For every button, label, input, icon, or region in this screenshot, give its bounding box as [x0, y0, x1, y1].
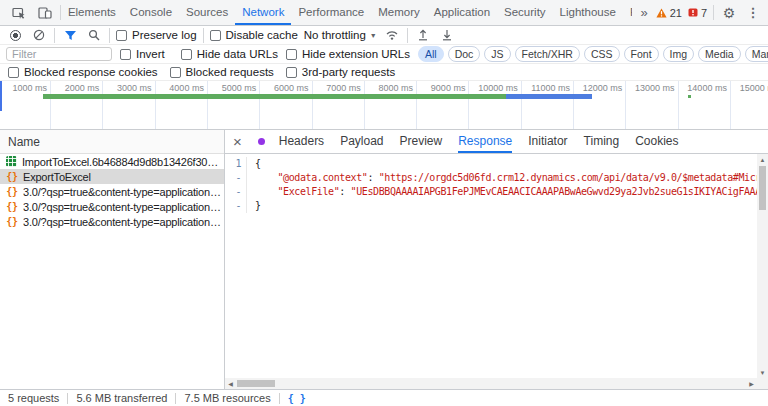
tab-application[interactable]: Application [427, 0, 497, 25]
name-column-header[interactable]: Name [0, 130, 224, 154]
close-icon[interactable]: × [233, 130, 244, 153]
detail-tab-cookies[interactable]: Cookies [635, 130, 678, 153]
timeline-tick-label: 15000 ms [735, 83, 768, 93]
tab-label: Memory [378, 6, 420, 18]
network-conditions-icon[interactable] [383, 26, 401, 44]
timeline-gridline [521, 81, 522, 129]
tab-lighthouse[interactable]: Lighthouse [553, 0, 623, 25]
scroll-left-arrow-icon[interactable]: ◀ [225, 378, 236, 389]
blocked-response-cookies-checkbox[interactable]: Blocked response cookies [8, 66, 158, 78]
timeline-tick-label: 8000 ms [369, 83, 413, 93]
request-row[interactable]: ImportToExcel.6b46884d9d8b13426f309be7c0… [0, 154, 224, 169]
hide-data-urls-label: Hide data URLs [197, 48, 278, 60]
detail-tab-response[interactable]: Response [458, 130, 512, 153]
filter-pill-doc[interactable]: Doc [448, 46, 481, 62]
blocked-requests-checkbox[interactable]: Blocked requests [170, 66, 274, 78]
tab-memory[interactable]: Memory [371, 0, 427, 25]
detail-tab-timing[interactable]: Timing [584, 130, 620, 153]
filter-input[interactable] [6, 47, 112, 61]
detail-tab-initiator[interactable]: Initiator [528, 130, 567, 153]
filter-pill-font[interactable]: Font [624, 46, 659, 62]
request-row[interactable]: {}3.0/?qsp=true&content-type=application… [0, 199, 224, 214]
scroll-down-arrow-icon[interactable]: ▼ [757, 367, 768, 378]
request-row[interactable]: {}3.0/?qsp=true&content-type=application… [0, 184, 224, 199]
device-toolbar-icon[interactable] [36, 4, 54, 22]
divider [67, 393, 68, 404]
filter-pill-img[interactable]: Img [663, 46, 695, 62]
timeline-tick-label: 11000 ms [526, 83, 570, 93]
3rd-party-requests-checkbox[interactable]: 3rd-party requests [286, 66, 395, 78]
request-row[interactable]: {}ExportToExcel [0, 169, 224, 184]
pretty-print-button[interactable]: { } [288, 393, 306, 404]
issue-count: 7 [701, 7, 707, 19]
json-file-icon: {} [6, 186, 18, 197]
filter-funnel-icon[interactable] [61, 26, 79, 44]
timeline-gridline [730, 81, 731, 129]
tab-performance[interactable]: Performance [291, 0, 371, 25]
checkbox-label: Blocked requests [186, 66, 274, 78]
clear-network-log-button[interactable] [30, 26, 48, 44]
kebab-menu-icon[interactable]: ⋮ [744, 4, 762, 22]
timeline-gridline [155, 81, 156, 129]
checkbox [116, 30, 127, 41]
horizontal-scrollbar[interactable]: ◀ ▶ [225, 378, 757, 389]
filter-pill-manifest[interactable]: Manifest [745, 46, 768, 62]
vertical-scroll-thumb[interactable] [759, 166, 766, 210]
code-line: -} [225, 199, 757, 213]
request-row[interactable]: {}3.0/?qsp=true&content-type=application… [0, 214, 224, 229]
export-har-icon[interactable] [438, 26, 456, 44]
tab-recorder[interactable]: Recorder [623, 0, 633, 25]
timeline-gridline [468, 81, 469, 129]
tab-security[interactable]: Security [497, 0, 553, 25]
resource-type-pills: AllDocJSFetch/XHRCSSFontImgMediaManifest… [418, 46, 768, 62]
filter-pill-js[interactable]: JS [484, 46, 510, 62]
filter-pill-css[interactable]: CSS [584, 46, 620, 62]
network-overview-timeline[interactable]: 1000 ms2000 ms3000 ms4000 ms5000 ms6000 … [0, 81, 768, 130]
filter-pill-all[interactable]: All [418, 46, 444, 62]
warnings-badge[interactable]: 21 [656, 7, 682, 19]
tab-label: Security [504, 6, 546, 18]
timeline-tick-label: 10000 ms [474, 83, 518, 93]
detail-tab-payload[interactable]: Payload [340, 130, 383, 153]
inspect-element-icon[interactable] [10, 4, 28, 22]
filter-pill-media[interactable]: Media [698, 46, 741, 62]
line-number: - [225, 185, 247, 199]
disable-cache-checkbox[interactable]: Disable cache [210, 29, 298, 41]
throttling-select[interactable]: No throttling ▼ [304, 29, 377, 41]
scroll-up-arrow-icon[interactable]: ▲ [757, 154, 768, 165]
issues-badge[interactable]: 7 [688, 7, 707, 19]
timeline-gridline [207, 81, 208, 129]
filter-pill-fetch-xhr[interactable]: Fetch/XHR [515, 46, 580, 62]
json-file-icon: {} [6, 171, 18, 182]
response-code: 1{- "@odata.context": "https://orgdc5d06… [225, 154, 757, 378]
timeline-tick-label: 5000 ms [212, 83, 256, 93]
vertical-scrollbar[interactable]: ▲ ▼ [757, 154, 768, 378]
invert-checkbox[interactable]: Invert [120, 48, 165, 60]
import-har-icon[interactable] [414, 26, 432, 44]
tab-elements[interactable]: Elements [61, 0, 123, 25]
tab-network[interactable]: Network [235, 0, 291, 25]
record-network-log-button[interactable] [6, 26, 24, 44]
hide-data-urls-checkbox[interactable]: Hide data URLs [181, 48, 278, 60]
throttling-value: No throttling [304, 29, 366, 41]
timeline-gridline [678, 81, 679, 129]
network-main: Name ImportToExcel.6b46884d9d8b13426f309… [0, 130, 768, 389]
tab-sources[interactable]: Sources [179, 0, 235, 25]
hide-extension-urls-checkbox[interactable]: Hide extension URLs [286, 48, 410, 60]
more-tabs-button[interactable]: » [632, 0, 655, 25]
response-viewer: 1{- "@odata.context": "https://orgdc5d06… [225, 154, 768, 389]
line-content: "ExcelFile": "UEsDBBQAAAAIAPGB1FePJMEvCA… [255, 185, 757, 199]
checkbox-label: 3rd-party requests [302, 66, 395, 78]
search-icon[interactable] [85, 26, 103, 44]
settings-gear-icon[interactable]: ⚙ [720, 4, 738, 22]
tab-label: Application [434, 6, 490, 18]
tab-console[interactable]: Console [123, 0, 179, 25]
preserve-log-checkbox[interactable]: Preserve log [116, 29, 197, 41]
detail-tab-preview[interactable]: Preview [400, 130, 443, 153]
scroll-right-arrow-icon[interactable]: ▶ [746, 378, 757, 389]
horizontal-scroll-thumb[interactable] [237, 380, 275, 387]
detail-tab-headers[interactable]: Headers [279, 130, 324, 153]
hide-extension-urls-label: Hide extension URLs [302, 48, 410, 60]
timeline-tick-label: 13000 ms [631, 83, 675, 93]
options-row: Blocked response cookiesBlocked requests… [0, 64, 768, 81]
